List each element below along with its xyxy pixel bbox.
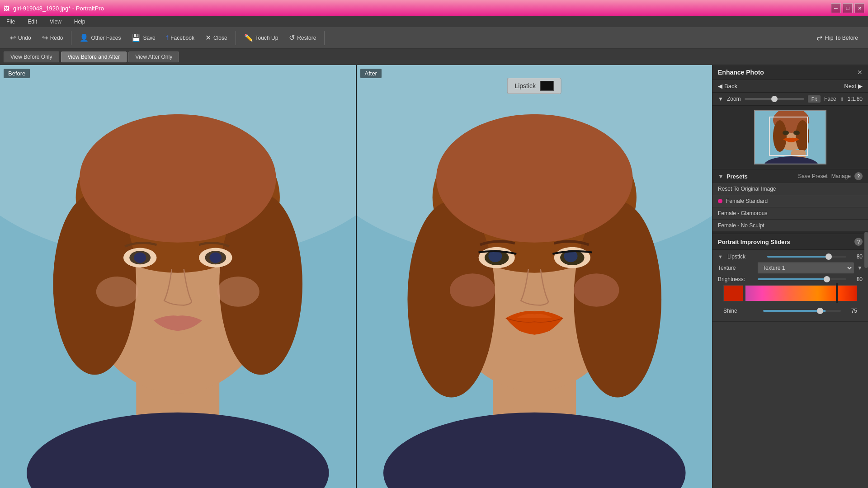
view-after-only-button[interactable]: View After Only xyxy=(128,52,179,62)
gradient-thumb[interactable] xyxy=(836,283,838,303)
nav-bar: ◀ Back Next ▶ xyxy=(712,80,868,93)
enhance-header: Enhance Photo ✕ xyxy=(712,65,868,80)
shine-label: Shine xyxy=(723,308,760,314)
enhance-title: Enhance Photo xyxy=(718,69,764,76)
title-bar-controls: ─ □ ✕ xyxy=(831,3,864,13)
flip-to-before-button[interactable]: ⇄ Flip To Before xyxy=(812,32,863,44)
undo-button[interactable]: ↩ Undo xyxy=(5,32,36,44)
redo-icon: ↪ xyxy=(42,33,48,42)
preset-item-no-sculpt[interactable]: Female - No Sculpt xyxy=(712,220,868,232)
right-panel: Enhance Photo ✕ ◀ Back Next ▶ ▼ Zoom Fit… xyxy=(712,65,868,488)
preset-label: Female - Glamorous xyxy=(718,210,767,216)
photo-area: Before xyxy=(0,65,712,488)
view-before-and-after-button[interactable]: View Before and After xyxy=(61,52,127,62)
svg-point-14 xyxy=(209,253,222,263)
touch-up-button[interactable]: ✏️ Touch Up xyxy=(240,32,283,44)
svg-point-16 xyxy=(217,277,259,307)
face-label: Face xyxy=(824,96,836,102)
fit-button[interactable]: Fit xyxy=(808,95,821,103)
separator-1 xyxy=(71,31,71,45)
title-bar: 🖼 girl-919048_1920.jpg* - PortraitPro ─ … xyxy=(0,0,868,16)
other-faces-icon: 👤 xyxy=(80,33,89,42)
close-icon: ✕ xyxy=(205,33,211,42)
presets-header: ▼ Presets Save Preset Manage ? xyxy=(712,169,868,183)
presets-help-button[interactable]: ? xyxy=(854,172,863,180)
thumbnail-area xyxy=(712,106,868,169)
flip-icon: ⇄ xyxy=(816,33,822,42)
presets-list: Reset To Original Image Female Standard … xyxy=(712,183,868,232)
color-swatch[interactable] xyxy=(723,285,743,301)
zoom-stepper[interactable]: ⬆ xyxy=(840,96,844,102)
texture-label: Texture xyxy=(718,265,754,271)
menu-file[interactable]: File xyxy=(4,18,18,26)
zoom-value: 1:1.80 xyxy=(848,96,863,102)
lipstick-slider[interactable] xyxy=(767,256,846,258)
thumbnail-container xyxy=(754,110,826,164)
brightness-slider[interactable] xyxy=(758,278,846,280)
preset-active-dot xyxy=(718,199,722,203)
svg-point-13 xyxy=(134,253,146,263)
gradient-track[interactable] xyxy=(745,285,857,301)
brightness-value: 80 xyxy=(850,276,863,282)
lipstick-value: 80 xyxy=(850,253,863,260)
preset-item-glamorous[interactable]: Female - Glamorous xyxy=(712,207,868,220)
preset-label: Reset To Original Image xyxy=(718,186,776,192)
restore-icon: ↺ xyxy=(289,33,295,42)
sliders-header: Portrait Improving Sliders ? xyxy=(712,234,868,250)
menu-edit[interactable]: Edit xyxy=(25,18,40,26)
sliders-title: Portrait Improving Sliders xyxy=(718,239,790,245)
lipstick-collapse-arrow[interactable]: ▼ xyxy=(718,254,723,259)
scrollbar-thumb[interactable] xyxy=(864,232,868,268)
toolbar: ↩ Undo ↪ Redo 👤 Other Faces 💾 Save f Fac… xyxy=(0,27,868,49)
svg-point-32 xyxy=(450,273,495,307)
menu-view[interactable]: View xyxy=(47,18,64,26)
presets-section: ▼ Presets Save Preset Manage ? Reset To … xyxy=(712,169,868,234)
close-button[interactable]: ✕ Close xyxy=(201,32,232,44)
title-bar-left: 🖼 girl-919048_1920.jpg* - PortraitPro xyxy=(4,5,104,12)
after-face-svg xyxy=(357,65,712,488)
presets-collapse-arrow[interactable]: ▼ xyxy=(718,173,724,180)
minimize-button[interactable]: ─ xyxy=(831,3,841,13)
app-icon: 🖼 xyxy=(4,5,9,12)
redo-button[interactable]: ↪ Redo xyxy=(38,32,68,44)
next-arrow-icon: ▶ xyxy=(858,83,863,89)
lipstick-slider-row: ▼ Lipstick 80 xyxy=(718,253,863,260)
next-button[interactable]: Next ▶ xyxy=(844,83,863,89)
back-button[interactable]: ◀ Back xyxy=(718,83,737,89)
facebook-icon: f xyxy=(166,34,168,42)
sliders-help-button[interactable]: ? xyxy=(854,238,863,246)
save-icon: 💾 xyxy=(132,33,141,42)
restore-button[interactable]: ↺ Restore xyxy=(284,32,321,44)
after-label: After xyxy=(360,69,382,78)
manage-presets-button[interactable]: Manage xyxy=(831,173,851,179)
facebook-button[interactable]: f Facebook xyxy=(162,32,199,44)
presets-actions: Save Preset Manage ? xyxy=(798,172,863,180)
view-before-only-button[interactable]: View Before Only xyxy=(4,52,59,62)
before-label: Before xyxy=(4,69,30,78)
preset-item-reset[interactable]: Reset To Original Image xyxy=(712,183,868,195)
window-close-button[interactable]: ✕ xyxy=(854,3,864,13)
svg-point-15 xyxy=(96,277,139,307)
lipstick-slider-section: ▼ Lipstick 80 Texture Texture 1 Texture … xyxy=(712,250,868,322)
other-faces-button[interactable]: 👤 Other Faces xyxy=(75,32,125,44)
zoom-collapse-arrow[interactable]: ▼ xyxy=(718,96,723,102)
menu-help[interactable]: Help xyxy=(71,18,88,26)
save-preset-button[interactable]: Save Preset xyxy=(798,173,827,179)
view-bar: View Before Only View Before and After V… xyxy=(0,49,868,65)
color-gradient-bar xyxy=(723,285,857,301)
lipstick-overlay: Lipstick xyxy=(507,78,561,94)
texture-dropdown-arrow: ▼ xyxy=(857,265,863,271)
before-face-svg xyxy=(0,65,356,488)
shine-slider[interactable] xyxy=(763,310,841,312)
menu-bar: File Edit View Help xyxy=(0,16,868,27)
lipstick-color-swatch xyxy=(540,81,554,91)
texture-select[interactable]: Texture 1 Texture 2 Texture 3 xyxy=(758,263,854,273)
maximize-button[interactable]: □ xyxy=(843,3,853,13)
preset-item-female-standard[interactable]: Female Standard xyxy=(712,195,868,207)
presets-title: ▼ Presets xyxy=(718,173,748,180)
enhance-close-icon[interactable]: ✕ xyxy=(857,69,863,76)
touch-up-icon: ✏️ xyxy=(244,33,253,42)
zoom-slider[interactable] xyxy=(745,98,804,100)
save-button[interactable]: 💾 Save xyxy=(127,32,160,44)
separator-2 xyxy=(236,31,236,45)
